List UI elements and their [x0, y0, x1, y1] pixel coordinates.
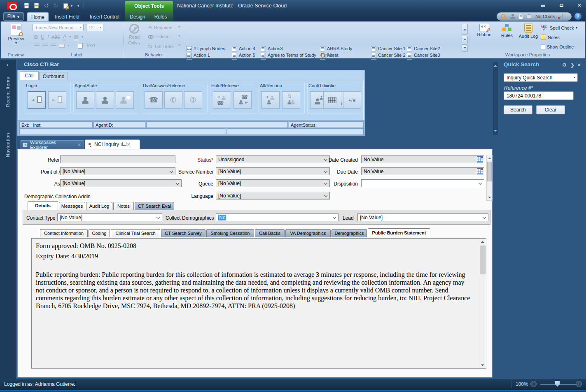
margin-button[interactable]: [59, 44, 65, 48]
cti-retrieve-button[interactable]: ☎➜: [233, 91, 252, 109]
clear-button[interactable]: Clear: [536, 105, 565, 114]
required-dropdown[interactable]: ▾: [178, 26, 180, 28]
tab-smoking-cessation[interactable]: Smoking Cessation: [206, 229, 254, 237]
notes-button[interactable]: Notes: [541, 35, 560, 40]
sidebar-item-recent-items[interactable]: Recent Items: [5, 77, 10, 107]
tab-demographics[interactable]: Demographics: [332, 229, 367, 237]
calendar-icon[interactable]: [477, 156, 483, 162]
restore-tab-icon[interactable]: [121, 143, 125, 146]
tab-notes[interactable]: Notes: [113, 202, 134, 210]
tab-va-demographics[interactable]: VA Demographics: [285, 229, 331, 237]
contact-type-combo[interactable]: [No Value]: [57, 213, 162, 221]
point-of-access-combo[interactable]: [No Value]: [60, 167, 175, 175]
scroll-up-button[interactable]: [487, 155, 492, 161]
scroll-thumb[interactable]: [480, 246, 486, 274]
tab-workspaces-explorer[interactable]: Workspaces Explorer ✕: [20, 140, 84, 149]
tab-order-dropdown[interactable]: ▾: [178, 44, 180, 46]
scroll-thumb[interactable]: [487, 162, 492, 181]
align-left-button[interactable]: [34, 44, 40, 48]
redo-button[interactable]: ↻: [51, 2, 60, 9]
cti-logout-button[interactable]: ➜: [48, 91, 66, 109]
underline-button[interactable]: U: [41, 34, 44, 40]
tab-design[interactable]: Design: [126, 12, 149, 21]
cti-keypad-button[interactable]: [323, 91, 341, 109]
tab-insert-control[interactable]: Insert Control: [85, 12, 124, 21]
tab-call-backs[interactable]: Call Backs: [255, 229, 285, 237]
qat-customize-button[interactable]: ▾: [76, 2, 81, 9]
hidden-button[interactable]: Hidden: [148, 34, 170, 39]
workspace-scrollbar[interactable]: [493, 62, 498, 135]
close-button[interactable]: ✕: [574, 2, 585, 9]
date-created-field[interactable]: No Value: [361, 155, 484, 163]
preview-button[interactable]: Preview▾: [5, 24, 28, 44]
reference-number-input[interactable]: 180724-000178: [504, 91, 574, 100]
calendar-icon[interactable]: [477, 168, 483, 174]
expand-sidebar-button[interactable]: ›: [7, 62, 8, 68]
font-name-combo[interactable]: Times New Roman: [33, 24, 84, 31]
align-center-button[interactable]: [42, 44, 48, 48]
sidebar-item-navigation[interactable]: Navigation: [5, 133, 10, 157]
reference-input[interactable]: [60, 155, 175, 163]
lead-combo[interactable]: [No Value]: [357, 213, 488, 221]
scroll-up-button[interactable]: [479, 239, 486, 244]
field-item[interactable]: ARRA Study: [320, 45, 371, 52]
cti-agent-wrapup-button[interactable]: [116, 91, 134, 109]
strikethrough-button[interactable]: ABC: [52, 35, 61, 39]
assigned-combo[interactable]: [No Value]: [60, 179, 182, 187]
chevron-right-icon[interactable]: ❯: [570, 62, 574, 68]
profile-icon[interactable]: [510, 14, 516, 19]
align-right-button[interactable]: [51, 44, 56, 48]
cti-hold-button[interactable]: ➜☎: [213, 91, 231, 109]
tab-ct-search-eval[interactable]: CT Search Eval: [135, 202, 174, 210]
rules-button[interactable]: Rules: [497, 24, 517, 38]
ribbon-properties-button[interactable]: Ribbon: [474, 24, 495, 37]
close-tab-icon[interactable]: ✕: [77, 142, 81, 148]
save-button[interactable]: [22, 2, 30, 9]
spell-check-button[interactable]: ABCSpell Check ▾: [541, 25, 577, 31]
tab-public-burden-statement[interactable]: Public Burden Statement: [368, 228, 430, 237]
search-button[interactable]: Search: [504, 105, 532, 114]
cti-release-button[interactable]: ✆: [184, 91, 202, 109]
gear-icon[interactable]: ⚙: [562, 62, 567, 68]
scroll-down-button[interactable]: [487, 195, 492, 200]
cti-login-button[interactable]: ➜: [28, 91, 46, 109]
burden-scrollbar[interactable]: [479, 239, 486, 368]
collect-demographics-combo[interactable]: No: [216, 213, 339, 221]
cti-record-button[interactable]: ●/■: [343, 91, 361, 109]
zoom-out-button[interactable]: −: [530, 381, 537, 387]
field-item[interactable]: Action 4: [232, 45, 260, 52]
help-button[interactable]: ?: [574, 12, 582, 20]
close-panel-icon[interactable]: ✕: [577, 62, 581, 68]
tab-home[interactable]: Home: [27, 12, 49, 21]
report-icon[interactable]: [519, 14, 523, 19]
fields-scroll-up-button[interactable]: [462, 24, 468, 35]
chat-icon[interactable]: [526, 14, 532, 19]
queue-combo[interactable]: [No Value]: [216, 179, 330, 187]
hidden-dropdown[interactable]: ▾: [178, 35, 180, 37]
field-item[interactable]: Cancer Site2: [407, 45, 461, 52]
fields-scroll-page-button[interactable]: [462, 44, 468, 52]
tab-rules[interactable]: Rules: [150, 12, 171, 21]
font-color-button[interactable]: A: [63, 34, 66, 41]
text-button[interactable]: Text: [86, 43, 95, 49]
due-date-field[interactable]: No Value: [361, 167, 484, 175]
zoom-in-button[interactable]: +: [576, 381, 582, 387]
cti-tab-outbound[interactable]: Outbound: [39, 72, 68, 80]
file-menu-button[interactable]: File ▼: [3, 12, 24, 21]
form-scrollbar[interactable]: [486, 155, 493, 201]
field-item[interactable]: Cancer Site 1: [371, 45, 407, 52]
cti-agent-not-ready-button[interactable]: [96, 91, 114, 109]
field-item[interactable]: 1₂3# Lymph Nodes: [187, 45, 232, 52]
audit-log-button[interactable]: Audit Log: [518, 23, 538, 39]
required-button[interactable]: ✳Required: [148, 25, 173, 30]
permissions-key-icon[interactable]: [501, 14, 507, 19]
close-tab-icon[interactable]: ✕: [127, 142, 131, 147]
bold-button[interactable]: B: [34, 34, 38, 40]
show-outline-button[interactable]: Show Outline: [541, 44, 574, 49]
fields-scroll-down-button[interactable]: [462, 36, 468, 43]
status-combo[interactable]: Unassigned: [216, 155, 330, 163]
field-item[interactable]: Action3: [261, 45, 321, 52]
fill-color-button[interactable]: ▨: [74, 33, 79, 41]
tab-contact-information[interactable]: Contact Information: [40, 229, 88, 237]
italic-button[interactable]: I: [47, 34, 49, 40]
